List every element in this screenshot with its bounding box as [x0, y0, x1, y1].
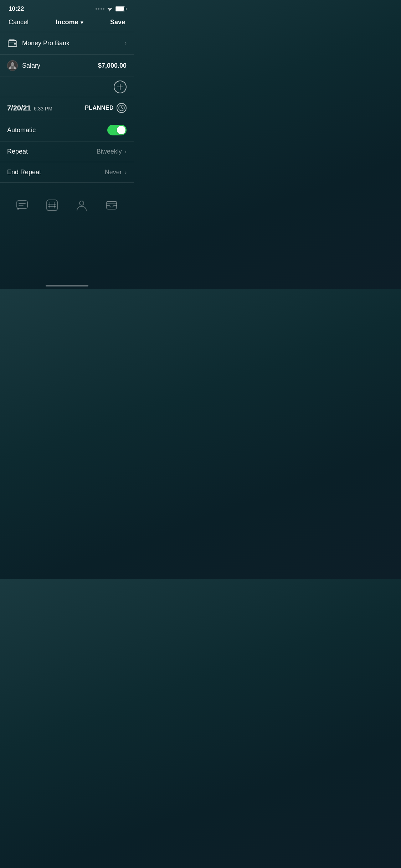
comment-icon[interactable]: [14, 197, 30, 213]
transaction-type-label: Income: [56, 19, 78, 26]
date-left: 7/20/21 6:33 PM: [7, 104, 52, 112]
svg-rect-8: [47, 200, 57, 211]
automatic-toggle[interactable]: [107, 125, 127, 135]
automatic-label: Automatic: [7, 126, 36, 134]
svg-point-4: [11, 63, 14, 66]
nav-bar: Cancel Income ▾ Save: [0, 16, 134, 32]
save-button[interactable]: Save: [110, 19, 125, 26]
status-bar: 10:22: [0, 0, 134, 16]
account-name: Money Pro Bank: [22, 40, 70, 47]
repeat-right: Biweekly ›: [97, 148, 127, 155]
home-indicator: [46, 285, 88, 286]
cancel-button[interactable]: Cancel: [9, 19, 29, 26]
stack-icon[interactable]: [103, 197, 120, 213]
wallet-icon: [7, 38, 18, 48]
status-time: 10:22: [9, 5, 24, 12]
person-icon[interactable]: [73, 197, 90, 213]
account-row[interactable]: Money Pro Bank ›: [0, 32, 134, 55]
category-name: Salary: [22, 62, 40, 69]
chevron-down-icon: ▾: [81, 20, 83, 25]
svg-rect-1: [14, 43, 16, 45]
account-row-left: Money Pro Bank: [7, 38, 70, 48]
end-repeat-right: Never ›: [105, 169, 127, 176]
avatar: [7, 60, 18, 71]
nav-title[interactable]: Income ▾: [56, 19, 83, 26]
status-label: PLANNED: [85, 105, 114, 111]
repeat-label: Repeat: [7, 148, 28, 155]
svg-rect-7: [17, 201, 27, 208]
category-row-left: Salary: [7, 60, 40, 71]
repeat-value: Biweekly: [97, 148, 122, 155]
status-icons: [96, 6, 125, 11]
end-repeat-row[interactable]: End Repeat Never ›: [0, 162, 134, 183]
wifi-icon: [107, 6, 113, 11]
clock-icon[interactable]: [117, 103, 127, 113]
toggle-track: [107, 125, 127, 135]
battery-icon: [115, 6, 125, 11]
add-row: [0, 77, 134, 97]
repeat-chevron-icon: ›: [125, 149, 127, 155]
add-button[interactable]: [114, 81, 127, 93]
repeat-row[interactable]: Repeat Biweekly ›: [0, 141, 134, 162]
end-repeat-value: Never: [105, 169, 122, 176]
date-row[interactable]: 7/20/21 6:33 PM PLANNED: [0, 97, 134, 119]
toggle-thumb: [117, 126, 125, 134]
automatic-row[interactable]: Automatic: [0, 119, 134, 141]
account-chevron-icon: ›: [125, 40, 127, 46]
hashtag-icon[interactable]: [44, 197, 60, 213]
planned-right: PLANNED: [85, 103, 127, 113]
svg-rect-5: [11, 66, 14, 69]
transaction-date: 7/20/21: [7, 104, 31, 112]
bottom-toolbar: [0, 188, 134, 219]
transaction-time: 6:33 PM: [34, 106, 52, 112]
end-repeat-chevron-icon: ›: [125, 169, 127, 176]
end-repeat-label: End Repeat: [7, 169, 41, 176]
category-row[interactable]: Salary $7,000.00: [0, 55, 134, 77]
svg-point-9: [79, 201, 84, 205]
amount-value: $7,000.00: [98, 62, 127, 69]
signal-dots-icon: [96, 8, 104, 10]
